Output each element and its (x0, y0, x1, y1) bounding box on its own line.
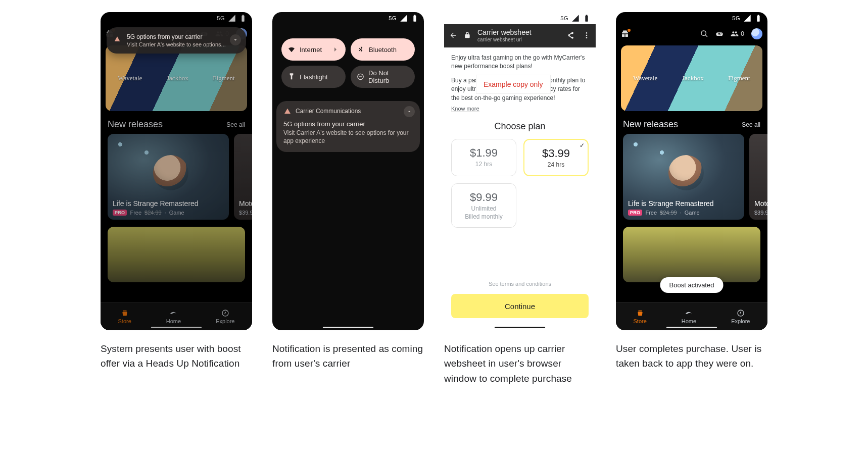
back-icon[interactable] (449, 31, 457, 39)
heads-up-notification[interactable]: 5G options from your carrier Visit Carri… (107, 27, 246, 54)
check-icon: ✓ (580, 142, 585, 149)
status-bar: 5G (101, 12, 252, 24)
bottom-tabs: Store Home Explore (101, 302, 252, 330)
big-tile[interactable] (108, 227, 245, 282)
card-kind: Game (685, 210, 700, 216)
hero-banner[interactable]: Wavetale Jackbox Figment (621, 45, 762, 111)
section-title: New releases (623, 119, 678, 130)
carrier-triangle-icon (283, 107, 292, 115)
websheet-lead: Enjoy ultra fast gaming on the go with M… (451, 54, 589, 71)
tab-explore[interactable]: Explore (731, 309, 750, 324)
qs-internet[interactable]: Internet (281, 38, 346, 61)
tab-home[interactable]: Home (682, 309, 696, 324)
pro-badge: PRO (628, 210, 642, 216)
tab-home[interactable]: Home (166, 309, 181, 324)
notification-title: 5G options from your carrier (283, 120, 413, 128)
gift-icon[interactable] (621, 30, 629, 38)
plan-12h[interactable]: $1.99 12 hrs (451, 139, 516, 176)
tab-store[interactable]: Store (634, 309, 647, 324)
websheet-title: Carrier websheet (477, 28, 532, 36)
bluetooth-icon (357, 45, 365, 54)
network-label: 5G (217, 15, 225, 21)
qs-dnd[interactable]: Do Not Disturb (351, 66, 415, 88)
notification-card[interactable]: Carrier Communications 5G options from y… (276, 101, 420, 152)
qs-bluetooth[interactable]: Bluetooth (351, 38, 415, 61)
wifi-icon (287, 45, 296, 54)
caption-4: User completes purchase. User is taken b… (616, 341, 767, 371)
people-count[interactable]: 0 (731, 30, 744, 38)
quick-settings-panel: Internet Bluetooth Flashlight Do Not Dis… (276, 33, 420, 94)
cards-row: Life is Strange Remastered PRO Free $24.… (101, 134, 252, 220)
tab-explore[interactable]: Explore (216, 309, 234, 324)
card-was-price: $24.99 (144, 210, 162, 216)
gesture-handle[interactable] (323, 327, 373, 328)
svg-point-5 (586, 37, 588, 38)
plan-unlimited[interactable]: $9.99 Unlimited Billed monthly (451, 183, 516, 228)
know-more-link[interactable]: Know more (451, 106, 479, 112)
col-4: 5G 0 Wavetale Jackbox Figment (616, 12, 767, 371)
card-kind: Game (169, 210, 184, 216)
see-all-link[interactable]: See all (742, 121, 760, 128)
qs-bluetooth-label: Bluetooth (369, 46, 397, 54)
col-1: 5G 0 Wavetale Jackbox (101, 12, 252, 371)
continue-button[interactable]: Continue (451, 294, 589, 318)
plan-24h-selected[interactable]: ✓ $3.99 24 hrs (523, 139, 589, 176)
card-life-is-strange[interactable]: Life is Strange Remastered PRO Free $24.… (623, 134, 744, 220)
svg-point-3 (586, 32, 588, 34)
carrier-triangle-icon (114, 35, 121, 42)
tab-explore-label: Explore (731, 318, 750, 324)
gesture-handle[interactable] (151, 327, 202, 328)
hero-banner[interactable]: Wavetale Jackbox Figment (106, 45, 247, 111)
hero-label-3: Figment (213, 74, 234, 82)
gamepad-icon[interactable] (715, 30, 724, 38)
dnd-icon (357, 73, 364, 81)
hun-expand[interactable] (230, 34, 241, 45)
phone-4: 5G 0 Wavetale Jackbox Figment (616, 12, 767, 330)
hun-body: Visit Carrier A's website to see options… (127, 41, 226, 47)
qs-internet-label: Internet (300, 46, 327, 54)
hero-label-3: Figment (728, 74, 750, 82)
share-icon[interactable] (566, 31, 574, 39)
qs-dnd-label: Do Not Disturb (368, 69, 409, 84)
battery-icon (411, 14, 419, 22)
websheet-title-block: Carrier websheet carrier websheet url (477, 28, 532, 42)
terms-link[interactable]: See terms and conditions (444, 281, 596, 287)
search-icon[interactable] (700, 30, 708, 38)
avatar[interactable] (751, 28, 762, 39)
plan-24h-price: $3.99 (529, 147, 583, 160)
choose-plan-heading: Choose plan (451, 121, 589, 132)
caption-2: Notification is presented as coming from… (272, 341, 424, 371)
card-clipped[interactable]: Moto $39.99 (234, 134, 252, 220)
card-title: Life is Strange Remastered (113, 199, 224, 208)
section-header: New releases See all (616, 116, 767, 134)
see-all-link[interactable]: See all (226, 121, 245, 128)
gesture-handle[interactable] (495, 327, 545, 328)
notification-collapse[interactable] (404, 106, 415, 117)
hero-overlay: Wavetale Jackbox Figment (106, 45, 247, 111)
tab-explore-label: Explore (216, 318, 234, 324)
tab-store[interactable]: Store (118, 309, 131, 324)
example-copy-stamp: Example copy only (476, 75, 550, 93)
hero-label-1: Wavetale (633, 74, 657, 82)
big-tile[interactable] (623, 227, 760, 282)
card-life-is-strange[interactable]: Life is Strange Remastered PRO Free $24.… (108, 134, 229, 220)
bottom-tabs: Store Home Explore (616, 302, 767, 330)
card-free: Free (130, 210, 141, 216)
card-clipped[interactable]: Moto $39.99 (749, 134, 767, 220)
plan-12h-sub: 12 hrs (457, 161, 511, 168)
card-was-price: $24.99 (660, 210, 677, 216)
websheet-toolbar: Carrier websheet carrier websheet url (444, 24, 596, 47)
plan-grid: $1.99 12 hrs ✓ $3.99 24 hrs $9.99 Unlimi… (451, 139, 589, 228)
gesture-handle[interactable] (666, 327, 717, 328)
card-meta: PRO Free $24.99 · Game (628, 210, 739, 216)
notification-app-name: Carrier Communications (296, 108, 361, 115)
signal-icon (743, 14, 751, 22)
more-icon[interactable] (583, 31, 591, 39)
status-bar: 5G (616, 12, 767, 24)
compass-icon (221, 309, 229, 317)
qs-flashlight[interactable]: Flashlight (281, 66, 346, 88)
caption-1: System presents user with boost offer vi… (101, 341, 252, 371)
caption-3: Notification opens up carrier websheet i… (444, 341, 596, 386)
clip-price: $39.99 (754, 210, 767, 216)
websheet-paragraph: Buy a pass for 12 hrs, 24 hrs, or a mont… (451, 76, 589, 103)
